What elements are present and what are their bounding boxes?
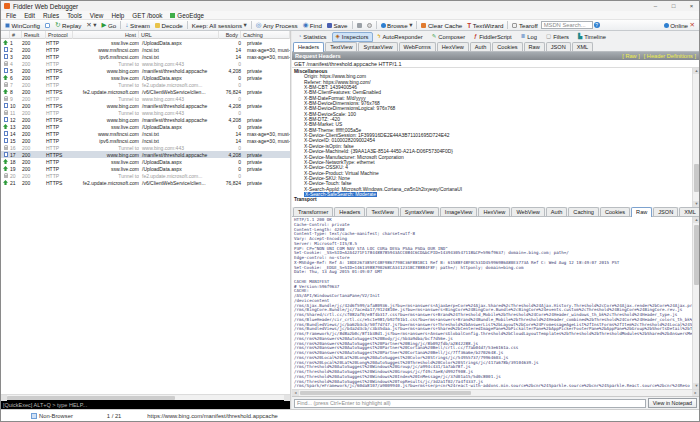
scrollbar-thumb[interactable] (7, 396, 175, 400)
request-vertical-scrollbar[interactable]: ▲ ▼ (692, 68, 699, 207)
header-section[interactable]: Transport (294, 197, 690, 202)
online-indicator[interactable]: Online✕ (662, 21, 697, 30)
scrollbar-thumb[interactable] (694, 164, 699, 192)
go-button[interactable]: ▶Go (99, 21, 118, 30)
scroll-right-icon[interactable]: ▸ (692, 390, 699, 396)
table-row[interactable]: 2200HTTPwww.msftncsi.com/ncsi.txt14max-a… (1, 46, 290, 53)
response-tab-hexview[interactable]: HexView (478, 207, 510, 216)
response-tab-webview[interactable]: WebView (511, 207, 544, 216)
tab-composer[interactable]: Composer (428, 32, 469, 42)
any-process-button[interactable]: ◎Any Process (254, 21, 300, 30)
tab-autoresponder[interactable]: AutoResponder (374, 32, 427, 42)
caption-link-header-definitions[interactable]: [ Header Definitions ] (644, 53, 696, 59)
tab-inspectors[interactable]: Inspectors (332, 32, 373, 42)
response-horizontal-scrollbar[interactable]: ◂ ▸ (292, 389, 699, 396)
table-row[interactable]: 1200HTTPssw.live.com/UploadData.aspx0pri… (1, 39, 290, 46)
table-row[interactable]: 21200HTTPSfe2.update.microsoft.com/v6/Cl… (1, 179, 290, 186)
response-tab-textview[interactable]: TextView (366, 207, 398, 216)
column-header-result[interactable]: Result (22, 31, 46, 39)
menu-item-file[interactable]: File (2, 12, 20, 19)
close-button[interactable]: × (684, 1, 699, 11)
menu-item-help[interactable]: Help (107, 12, 128, 19)
scrollbar-thumb[interactable] (300, 391, 471, 395)
screenshot-button[interactable] (355, 21, 364, 30)
request-tab-webforms[interactable]: WebForms (399, 42, 436, 51)
tab-statistics[interactable]: Statistics (294, 32, 331, 42)
response-tab-caching[interactable]: Caching (568, 207, 599, 216)
response-tab-xml[interactable]: XML (679, 207, 700, 216)
column-header-caching[interactable]: Caching (241, 31, 290, 39)
maximize-button[interactable]: □ (666, 1, 681, 11)
response-tab-auth[interactable]: Auth (546, 207, 568, 216)
menu-item-edit[interactable]: Edit (20, 12, 39, 19)
response-tab-cookies[interactable]: Cookies (600, 207, 630, 216)
comment-button[interactable] (43, 21, 52, 30)
find-button[interactable]: ◉Find (301, 21, 324, 30)
save-button[interactable]: Save (325, 21, 350, 30)
view-in-notepad-button[interactable]: View in Notepad (648, 398, 697, 408)
response-tab-transformer[interactable]: Transformer (293, 207, 333, 216)
request-tab-auth[interactable]: Auth (470, 42, 492, 51)
table-row[interactable]: 8200HTTPSfe2.update.microsoft.com/v6/Cli… (1, 88, 290, 95)
response-raw-view[interactable]: HTTP/1.1 200 OK Cache-Control: private C… (292, 217, 699, 389)
request-tab-syntaxview[interactable]: SyntaxView (358, 42, 397, 51)
menu-item-view[interactable]: View (86, 12, 108, 19)
request-line[interactable]: GET /manifest/threshold.appcache HTTP/1.… (292, 60, 699, 68)
request-headers-tree[interactable]: MiscellaneousOrigin: https://www.bing.co… (292, 68, 699, 207)
scroll-up-icon[interactable]: ▲ (693, 68, 699, 74)
request-tab-headers[interactable]: Headers (293, 42, 324, 52)
table-row[interactable]: 13200HTTPssw.live.com/UploadData.aspx0pr… (1, 123, 290, 130)
timer-button[interactable] (365, 21, 374, 30)
tab-filters[interactable]: Filters (542, 32, 573, 42)
response-tab-headers[interactable]: Headers (334, 207, 365, 216)
table-row[interactable]: 18200HTTPssw.live.com/UploadData.aspx0pr… (1, 158, 290, 165)
response-tab-imageview[interactable]: ImageView (440, 207, 478, 216)
browse-button[interactable]: Browse▾ (379, 21, 415, 30)
stream-button[interactable]: ↓Stream (123, 21, 152, 30)
response-vertical-scrollbar[interactable]: ▲ ▼ (692, 217, 699, 389)
column-header-protocol[interactable]: Protocol (46, 31, 73, 39)
tearoff-button[interactable]: Tearoff (510, 21, 539, 30)
session-horizontal-scrollbar[interactable] (1, 394, 290, 400)
selected-header-item[interactable]: X-Search-SafeSearch: Moderate (304, 192, 377, 197)
caption-link-raw[interactable]: [ Raw ] (622, 53, 639, 59)
scroll-up-icon[interactable]: ▲ (693, 217, 699, 223)
menu-item-rules[interactable]: Rules (39, 12, 63, 19)
capture-mode-selector[interactable]: Non-Browser (31, 413, 73, 419)
table-row[interactable]: 5200HTTPSwww.bing.com/manifest/threshold… (1, 67, 290, 74)
textwizard-button[interactable]: TTextWizard (465, 21, 505, 30)
menu-item-tools[interactable]: Tools (63, 12, 86, 19)
request-tab-raw[interactable]: Raw (524, 42, 545, 51)
keep-sessions-dropdown[interactable]: Keep: All sessions▾ (190, 21, 249, 30)
tab-log[interactable]: Log (517, 32, 541, 42)
column-header-url[interactable]: URL (139, 31, 219, 39)
table-row[interactable]: 6200HTTPssw.live.com/UploadData.aspx0pri… (1, 74, 290, 81)
request-tab-json[interactable]: JSON (546, 42, 571, 51)
tab-timeline[interactable]: Timeline (574, 32, 610, 42)
column-header-host[interactable]: Host (73, 31, 139, 39)
table-row[interactable]: 7200HTTPTunnel tofe2.update.microsoft.co… (1, 81, 290, 88)
table-row[interactable]: 11200HTTPTunnel towww.bing.com:4430 (1, 109, 290, 116)
request-tab-xml[interactable]: XML (572, 42, 594, 51)
table-row[interactable]: 3200HTTPipv6.msftncsi.com/ncsi.txt14max-… (1, 53, 290, 60)
minimize-button[interactable]: – (648, 1, 663, 11)
column-header-[interactable]: # (10, 31, 22, 39)
replay-button[interactable]: ↻Replay (53, 21, 83, 30)
response-tab-raw[interactable]: Raw (631, 207, 652, 217)
decode-button[interactable]: Decode (153, 21, 185, 30)
table-row[interactable]: 14200HTTPwww.msftncsi.com/ncsi.txt14max-… (1, 130, 290, 137)
request-tab-textview[interactable]: TextView (325, 42, 357, 51)
table-row[interactable]: 9200HTTPTunnel towww.bing.com:4430 (1, 95, 290, 102)
scroll-right-icon[interactable] (284, 395, 290, 401)
table-row[interactable]: 15200HTTPipv6.msftncsi.com/ncsi.txt14max… (1, 137, 290, 144)
msdn-search-input[interactable]: MSDN Search... (541, 21, 593, 29)
menu-item-get-book[interactable]: GET /book (128, 12, 166, 19)
request-tab-cookies[interactable]: Cookies (492, 42, 522, 51)
table-row[interactable]: 20200HTTPTunnel tofe2.update.microsoft.c… (1, 172, 290, 179)
winconfig-button[interactable]: WinConfig (3, 21, 42, 30)
clear-cache-button[interactable]: Clear Cache (419, 21, 464, 30)
scrollbar-thumb[interactable] (694, 225, 699, 285)
menu-item-geoedge[interactable]: GeoEdge (166, 12, 208, 19)
table-row[interactable]: 10200HTTPSwww.bing.com/manifest/threshol… (1, 102, 290, 109)
close-online-icon[interactable]: ✕ (690, 22, 695, 29)
